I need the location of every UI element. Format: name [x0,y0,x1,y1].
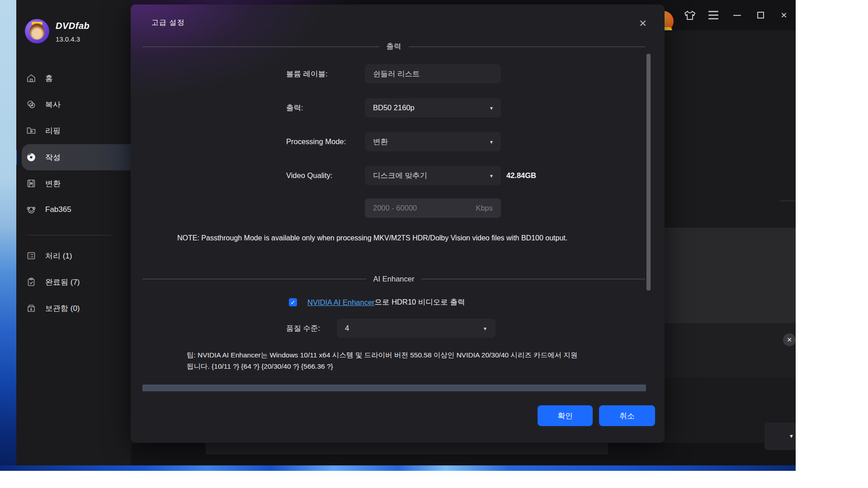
ai-enhancer-suffix: 으로 HDR10 비디오로 출력 [375,297,465,307]
minimize-icon[interactable] [725,0,749,30]
sidebar-item-completed[interactable]: 완료됨 (7) [16,272,131,292]
profile-dropdown[interactable]: ▼ [764,422,796,450]
app-name: DVDfab [56,21,90,31]
chevron-down-icon: ▼ [489,174,494,178]
close-icon[interactable]: ✕ [772,0,796,30]
nvidia-ai-enhancer-link[interactable]: NVIDIA AI Enhancer [307,298,375,307]
completed-clipboard-icon [26,277,36,287]
sidebar-item-copy[interactable]: 복사 [16,94,131,114]
ok-button[interactable]: 확인 [538,405,593,426]
theme-skin-icon[interactable] [678,0,702,30]
output-label: 출력: [286,98,303,117]
menu-icon[interactable] [702,0,725,30]
video-quality-label: Video Quality: [286,166,332,185]
sidebar-item-convert[interactable]: 변환 [16,174,131,193]
output-row: 출력: BD50 2160p ▼ [131,98,665,117]
ai-enhancer-option: ✓ NVIDIA AI Enhancer 으로 HDR10 비디오로 출력 [289,297,465,307]
archive-box-icon [26,303,36,313]
processing-mode-row: Processing Mode: 변환 ▼ [131,132,665,151]
processing-list-icon [26,251,36,261]
sidebar-item-processing[interactable]: 처리 (1) [16,246,131,266]
video-quality-row: Video Quality: 디스크에 맞추기 ▼ 42.84GB [131,166,665,185]
sidebar-separator [27,235,112,235]
maximize-icon[interactable] [749,0,772,30]
bitrate-row: 2000 - 60000 Kbps [131,198,665,218]
copy-discs-icon [26,99,36,109]
sidebar-item-home[interactable]: 홈 [16,68,131,88]
rip-folder-icon [26,126,36,136]
screen: ✕ 시작 준비 ✕ ✕ ▼ 시작 [0,0,868,488]
bitrate-unit: Kbps [476,204,493,212]
section-output-header: 출력 [142,42,645,52]
home-icon [26,73,36,83]
dialog-close-icon[interactable]: ✕ [636,17,650,30]
bottom-bar-strip [206,443,608,455]
section-ai-header: AI Enhancer [142,275,645,283]
bitrate-input[interactable]: 2000 - 60000 Kbps [365,198,501,218]
section-ai-title: AI Enhancer [373,275,415,283]
desktop-wallpaper-bottom [0,465,796,471]
vertical-scrollbar[interactable] [646,54,651,291]
quality-level-dropdown[interactable]: 4 ▼ [337,319,495,338]
sidebar-item-rip[interactable]: 리핑 [16,121,131,141]
nvidia-tip: 팁: NVIDIA AI Enhancer는 Windows 10/11 x64… [187,349,580,372]
bitrate-placeholder: 2000 - 60000 [373,204,417,212]
clear-item-icon[interactable]: ✕ [783,333,796,346]
sidebar-item-archive[interactable]: 보관함 (0) [16,298,131,318]
convert-film-icon [26,178,36,188]
desktop-wallpaper-left [0,0,16,471]
fab365-monkey-icon [26,205,36,215]
advanced-settings-dialog: 고급 설정 ✕ 출력 볼륨 레이블: 출력: BD50 2160p ▼ Proc… [131,5,665,443]
app-version: 13.0.4.3 [56,35,90,43]
panel-divider [779,201,796,201]
output-dropdown[interactable]: BD50 2160p ▼ [365,98,501,117]
bottom-bar [131,443,796,465]
dialog-title: 고급 설정 [151,18,184,28]
passthrough-note: NOTE: Passthrough Mode is available only… [177,232,589,244]
ai-enhancer-checkbox[interactable]: ✓ [289,298,297,306]
volume-label-row: 볼륨 레이블: [131,64,665,84]
volume-label-input[interactable] [365,64,501,84]
quality-level-label: 품질 수준: [286,319,320,338]
sidebar-item-write[interactable]: 작성 [16,147,131,167]
dvdfab-logo-icon [25,19,49,43]
chevron-down-icon: ▼ [483,326,487,331]
sidebar: DVDfab 13.0.4.3 홈 복사 리핑 [16,0,131,465]
estimated-size: 42.84GB [506,166,536,185]
chevron-down-icon: ▼ [489,140,494,145]
chevron-down-icon: ▼ [789,433,794,439]
processing-mode-label: Processing Mode: [286,132,346,151]
volume-label-field[interactable] [373,70,493,78]
processing-mode-dropdown[interactable]: 변환 ▼ [365,132,501,151]
write-disc-icon [26,152,36,162]
volume-label-label: 볼륨 레이블: [286,64,328,84]
chevron-down-icon: ▼ [489,106,494,111]
video-quality-dropdown[interactable]: 디스크에 맞추기 ▼ [365,166,501,185]
quality-level-row: 품질 수준: 4 ▼ [131,319,665,338]
sidebar-item-fab365[interactable]: Fab365 [16,200,131,220]
cancel-button[interactable]: 취소 [599,405,655,426]
horizontal-scrollbar[interactable] [142,385,646,391]
section-output-title: 출력 [387,42,401,52]
